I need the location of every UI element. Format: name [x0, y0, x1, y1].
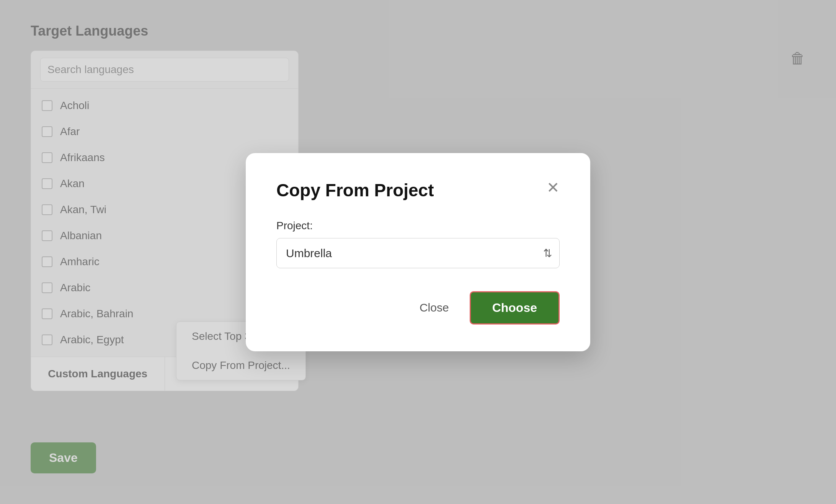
project-select[interactable]: Umbrella [276, 238, 560, 268]
modal-header: Copy From Project ✕ [276, 180, 560, 201]
copy-from-project-modal: Copy From Project ✕ Project: Umbrella ⇅ … [246, 153, 590, 351]
modal-title: Copy From Project [276, 180, 434, 201]
project-field: Project: Umbrella ⇅ [276, 220, 560, 268]
project-label: Project: [276, 220, 560, 232]
choose-button[interactable]: Choose [470, 291, 560, 325]
modal-close-button[interactable]: ✕ [547, 180, 560, 195]
modal-close-text-button[interactable]: Close [410, 295, 458, 320]
project-select-wrapper: Umbrella ⇅ [276, 238, 560, 268]
modal-actions: Close Choose [276, 291, 560, 325]
